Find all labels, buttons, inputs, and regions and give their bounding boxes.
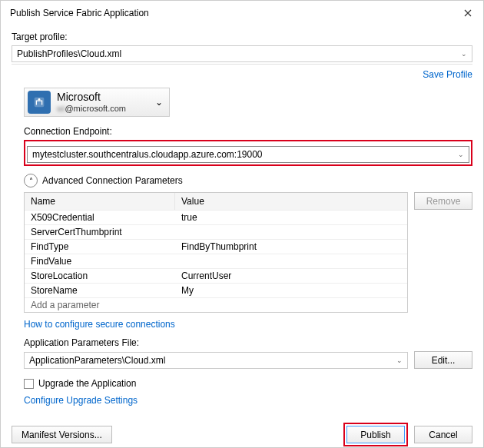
chevron-down-icon: ⌄ [155,97,163,108]
connection-endpoint-dropdown[interactable]: mytestcluster.southcentralus.cloudapp.az… [27,146,469,163]
svg-point-1 [38,98,41,101]
secure-connections-link[interactable]: How to configure secure connections [24,319,175,330]
chevron-down-icon: ⌄ [458,151,464,158]
table-row[interactable]: FindValue [25,254,407,268]
remove-button[interactable]: Remove [414,192,472,210]
publish-highlight: Publish [343,423,408,446]
upgrade-checkbox[interactable] [24,379,34,389]
close-icon[interactable] [462,7,474,19]
table-row[interactable]: X509Credentialtrue [25,210,407,224]
table-header: Name Value [25,193,407,210]
table-row[interactable]: StoreLocationCurrentUser [25,268,407,283]
manifest-versions-button[interactable]: Manifest Versions... [12,426,112,443]
window-title: Publish Service Fabric Application [10,8,149,18]
account-name: Microsoft [57,91,126,104]
account-email: wi@microsoft.com [57,104,126,114]
connection-highlight: mytestcluster.southcentralus.cloudapp.az… [24,140,472,166]
save-profile-link[interactable]: Save Profile [423,69,472,80]
divider [12,64,472,65]
publish-button[interactable]: Publish [346,426,405,443]
chevron-down-icon: ⌄ [396,357,403,364]
app-params-value: ApplicationParameters\Cloud.xml [29,355,165,366]
app-params-dropdown[interactable]: ApplicationParameters\Cloud.xml ⌄ [24,352,408,369]
target-profile-value: PublishProfiles\Cloud.xml [17,48,121,59]
target-profile-label: Target profile: [12,32,472,42]
table-row[interactable]: FindTypeFindByThumbprint [25,239,407,254]
parameters-area: Name Value X509Credentialtrue ServerCert… [24,192,472,313]
col-value: Value [175,193,407,210]
titlebar: Publish Service Fabric Application [1,1,483,25]
cancel-button[interactable]: Cancel [414,426,472,443]
app-params-label: Application Parameters File: [24,337,472,348]
table-row[interactable]: Add a parameter [25,297,407,312]
advanced-toggle[interactable]: ˄ Advanced Connection Parameters [24,174,472,187]
publish-dialog: Publish Service Fabric Application Targe… [0,0,484,448]
table-row[interactable]: ServerCertThumbprint [25,224,407,239]
target-profile-dropdown[interactable]: PublishProfiles\Cloud.xml ⌄ [12,45,472,62]
parameters-table[interactable]: Name Value X509Credentialtrue ServerCert… [24,192,408,313]
dialog-content: Target profile: PublishProfiles\Cloud.xm… [1,25,483,415]
account-picker[interactable]: Microsoft wi@microsoft.com ⌄ [24,88,170,117]
upgrade-checkbox-label: Upgrade the Application [38,378,136,389]
connection-endpoint-label: Connection Endpoint: [24,126,472,137]
configure-upgrade-link[interactable]: Configure Upgrade Settings [24,395,138,406]
chevron-up-icon: ˄ [24,174,38,187]
advanced-title: Advanced Connection Parameters [42,175,183,186]
dialog-footer: Manifest Versions... Publish Cancel [1,415,483,448]
table-row[interactable]: StoreNameMy [25,283,407,297]
col-name: Name [25,193,175,210]
edit-button[interactable]: Edit... [414,351,472,369]
account-text: Microsoft wi@microsoft.com [57,91,126,114]
connection-endpoint-value: mytestcluster.southcentralus.cloudapp.az… [32,149,263,160]
chevron-down-icon: ⌄ [461,50,467,58]
account-badge-icon [28,91,51,114]
